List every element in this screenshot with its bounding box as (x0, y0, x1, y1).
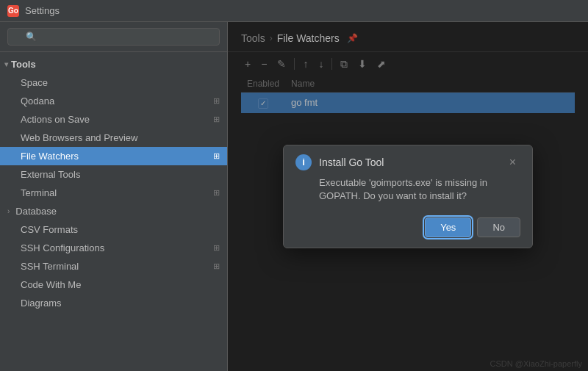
database-expand-arrow: › (7, 207, 10, 215)
nav-section-tools: ▾ Tools Space Qodana ⊞ Actions on Save ⊞… (0, 52, 227, 315)
dialog-header: i Install Go Tool × (284, 145, 532, 176)
ssh-config-settings-icon: ⊞ (213, 243, 220, 253)
sidebar-item-ssh-configurations[interactable]: SSH Configurations ⊞ (0, 239, 227, 257)
dialog-close-button[interactable]: × (505, 154, 520, 170)
sidebar-item-web-browsers[interactable]: Web Browsers and Preview (0, 129, 227, 147)
diagrams-label: Diagrams (21, 298, 62, 309)
dialog-footer: Yes No (284, 212, 532, 248)
dialog-body: Executable 'goimports.exe' is missing in… (284, 176, 532, 212)
search-wrapper: 🔍 (7, 28, 220, 46)
sidebar-item-terminal[interactable]: Terminal ⊞ (0, 184, 227, 202)
search-box: 🔍 (0, 22, 227, 52)
tools-collapse-arrow: ▾ (4, 60, 8, 68)
dialog-title: Install Go Tool (319, 156, 384, 168)
dialog-overlay: i Install Go Tool × Executable 'goimport… (228, 22, 588, 371)
web-browsers-label: Web Browsers and Preview (21, 132, 137, 143)
file-watchers-label: File Watchers (21, 151, 79, 162)
terminal-label: Terminal (21, 187, 57, 198)
terminal-settings-icon: ⊞ (213, 188, 220, 198)
sidebar-item-database[interactable]: › Database (0, 202, 227, 220)
csv-formats-label: CSV Formats (21, 224, 78, 235)
sidebar-item-diagrams[interactable]: Diagrams (0, 294, 227, 312)
sidebar-item-code-with-me[interactable]: Code With Me (0, 275, 227, 294)
ssh-configurations-label: SSH Configurations (21, 242, 104, 253)
sidebar-item-csv-formats[interactable]: CSV Formats (0, 220, 227, 239)
qodana-label: Qodana (21, 96, 54, 107)
dialog-info-icon: i (295, 154, 312, 170)
ssh-terminal-settings-icon: ⊞ (213, 262, 220, 271)
app-icon: Go (7, 5, 19, 17)
sidebar-item-file-watchers[interactable]: File Watchers ⊞ (0, 147, 227, 165)
install-go-tool-dialog: i Install Go Tool × Executable 'goimport… (283, 145, 533, 248)
title-bar: Go Settings (0, 0, 588, 22)
sidebar-item-space[interactable]: Space (0, 73, 227, 92)
file-watchers-settings-icon: ⊞ (213, 151, 220, 161)
sidebar-item-actions-on-save[interactable]: Actions on Save ⊞ (0, 110, 227, 129)
search-input[interactable] (7, 28, 220, 46)
actions-settings-icon: ⊞ (213, 115, 220, 124)
sidebar: 🔍 ▾ Tools Space Qodana ⊞ Actions on Save… (0, 22, 228, 371)
sidebar-section-tools[interactable]: ▾ Tools (0, 55, 227, 73)
content-area: Tools › File Watchers 📌 + − ✎ ↑ ↓ ⧉ ⬇ ⬈ … (228, 22, 588, 371)
database-label: Database (15, 206, 57, 217)
main-layout: 🔍 ▾ Tools Space Qodana ⊞ Actions on Save… (0, 22, 588, 371)
dialog-title-row: i Install Go Tool (295, 154, 384, 170)
qodana-settings-icon: ⊞ (213, 96, 220, 106)
tools-section-label: Tools (11, 59, 36, 70)
sidebar-item-qodana[interactable]: Qodana ⊞ (0, 92, 227, 110)
title-bar-text: Settings (25, 5, 60, 16)
ssh-terminal-label: SSH Terminal (21, 261, 79, 272)
dialog-no-button[interactable]: No (477, 217, 520, 237)
code-with-me-label: Code With Me (21, 279, 81, 290)
sidebar-item-ssh-terminal[interactable]: SSH Terminal ⊞ (0, 257, 227, 275)
dialog-yes-button[interactable]: Yes (425, 217, 471, 237)
actions-on-save-label: Actions on Save (21, 114, 90, 125)
sidebar-item-external-tools[interactable]: External Tools (0, 165, 227, 184)
space-label: Space (21, 77, 48, 88)
external-tools-label: External Tools (21, 169, 80, 180)
